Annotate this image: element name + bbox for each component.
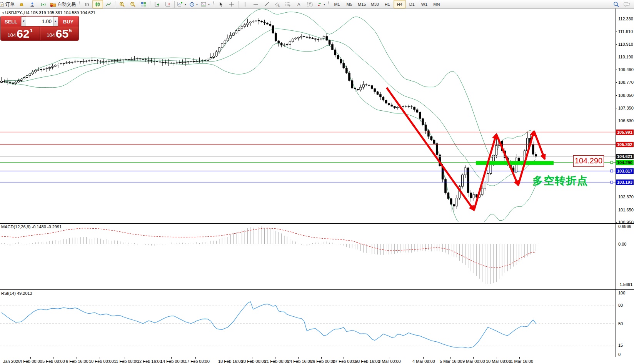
signals-button[interactable] <box>38 0 48 8</box>
new-order-icon <box>0 2 4 7</box>
line-chart-button[interactable] <box>103 0 114 8</box>
price-level-tag: 103.817 <box>616 168 634 174</box>
buy-price[interactable]: 104 65 5 <box>40 27 79 40</box>
indicators-button[interactable]: ▾ <box>176 0 188 8</box>
main-price-chart[interactable] <box>0 8 616 222</box>
auto-scroll-button[interactable] <box>152 0 162 8</box>
price-tick-label: 110.190 <box>618 55 634 59</box>
autotrading-button[interactable]: 自动交易 <box>48 0 77 8</box>
tile-windows-button[interactable] <box>138 0 149 8</box>
sell-button[interactable]: SELL <box>1 16 21 27</box>
price-tick-label: 101.650 <box>618 208 634 212</box>
timeframe-group: M1M5M15M30H1H4D1W1MN <box>331 0 443 8</box>
time-tick-mark <box>148 357 148 359</box>
timeframe-m30[interactable]: M30 <box>368 0 381 8</box>
rsi-label: RSI(14) 49.2013 <box>1 291 32 296</box>
time-tick-mark <box>366 357 366 359</box>
zoom-out-button[interactable] <box>127 0 138 8</box>
rsi-tick-label: 0 <box>618 352 634 357</box>
time-axis-label: 27 Feb 08:00 <box>333 359 358 364</box>
level-handle[interactable] <box>611 170 613 172</box>
volume-decrease-button[interactable]: ▼ <box>21 17 26 26</box>
timeframe-h4[interactable]: H4 <box>394 0 406 8</box>
vertical-line-icon <box>243 2 247 7</box>
bar-chart-button[interactable] <box>82 0 92 8</box>
level-handle[interactable] <box>611 161 613 164</box>
macd-label: MACD(12,26,9) -0.1480 -0.2991 <box>1 224 62 229</box>
macd-pane[interactable] <box>0 223 616 288</box>
candle-chart-button[interactable] <box>92 0 103 8</box>
price-tick-label: 107.350 <box>618 106 634 110</box>
horizontal-levels <box>0 132 616 183</box>
vertical-line-button[interactable] <box>240 0 250 8</box>
price-tick-mark <box>616 108 617 108</box>
pane-separator[interactable] <box>0 222 634 224</box>
timeframe-m1[interactable]: M1 <box>331 0 343 8</box>
crosshair-button[interactable] <box>226 0 237 8</box>
time-axis-label: 9 Mar 00:00 <box>462 359 485 364</box>
timeframe-h1[interactable]: H1 <box>381 0 394 8</box>
volume-increase-button[interactable]: ▲ <box>53 17 58 26</box>
timeframe-d1[interactable]: D1 <box>406 0 418 8</box>
sell-price-pips: 62 <box>17 28 29 40</box>
trendline-button[interactable] <box>261 0 272 8</box>
bar-chart-icon <box>84 2 90 7</box>
dropdown-arrow-icon: ▾ <box>208 3 210 6</box>
one-click-trading-panel: SELL ▼ ▲ BUY 104 62 1 104 65 5 <box>1 16 78 40</box>
time-tick-mark <box>195 357 196 359</box>
chinese-annotation[interactable]: 多空转折点 <box>532 175 588 186</box>
crosshair-icon <box>229 2 234 7</box>
price-tick-label: 108.050 <box>618 93 634 98</box>
profile-button[interactable] <box>27 0 38 8</box>
equidistant-channel-button[interactable]: E <box>272 0 283 8</box>
svg-text:A: A <box>297 2 300 7</box>
text-label-button[interactable]: T <box>304 0 315 8</box>
time-tick-mark <box>423 357 424 359</box>
horizontal-line-button[interactable] <box>250 0 261 8</box>
tile-windows-icon <box>141 2 146 7</box>
signal-icon <box>40 2 46 7</box>
chart-shift-button[interactable] <box>162 0 173 8</box>
level-handle[interactable] <box>611 181 613 183</box>
templates-button[interactable]: ▾ <box>199 0 211 8</box>
collapse-panel-icon[interactable]: ▾ <box>2 11 4 15</box>
chart-shift-icon <box>165 2 171 7</box>
pane-separator[interactable] <box>0 288 634 290</box>
time-tick-mark <box>450 357 451 359</box>
price-callout-box[interactable]: 104.290 <box>573 155 604 167</box>
auto-scroll-icon <box>154 2 160 7</box>
search-button[interactable] <box>611 0 622 8</box>
zoom-in-button[interactable] <box>117 0 127 8</box>
deposit-button[interactable] <box>16 0 27 8</box>
price-tick-mark <box>616 32 617 32</box>
price-level-tag: 105.991 <box>616 130 634 135</box>
price-tick-mark <box>616 82 617 83</box>
buy-button[interactable]: BUY <box>58 16 78 27</box>
buy-price-whole: 104 <box>47 32 55 38</box>
arrows-button[interactable]: ▾ <box>315 0 327 8</box>
time-tick-mark <box>497 357 497 359</box>
symbol-ohlc-text: USDJPY-,H4 105.319 105.361 104.589 104.6… <box>5 10 95 15</box>
time-tick-mark <box>100 357 100 359</box>
time-tick-mark <box>389 357 389 359</box>
fibonacci-button[interactable]: F <box>283 0 294 8</box>
templates-icon <box>201 2 207 7</box>
text-button[interactable]: A <box>294 0 304 8</box>
sell-price[interactable]: 104 62 1 <box>1 27 40 40</box>
timeframe-m5[interactable]: M5 <box>343 0 355 8</box>
new-order-button[interactable]: 订单 <box>0 0 16 8</box>
price-tick-mark <box>616 121 617 121</box>
cursor-button[interactable] <box>215 0 226 8</box>
timeframe-w1[interactable]: W1 <box>418 0 430 8</box>
zigzag-arrows-object[interactable] <box>387 88 545 210</box>
price-tick-label: 109.490 <box>618 67 634 72</box>
timeframe-mn[interactable]: MN <box>430 0 443 8</box>
gold-ingot-icon <box>18 2 25 7</box>
periods-button[interactable]: ▾ <box>188 0 199 8</box>
timeframe-m15[interactable]: M15 <box>355 0 368 8</box>
time-axis-label: 4 Mar 08:00 <box>412 359 435 364</box>
rsi-pane[interactable] <box>0 289 616 357</box>
toolbar-grip <box>328 1 329 7</box>
volume-input[interactable] <box>26 17 53 26</box>
chat-button[interactable] <box>622 0 632 8</box>
